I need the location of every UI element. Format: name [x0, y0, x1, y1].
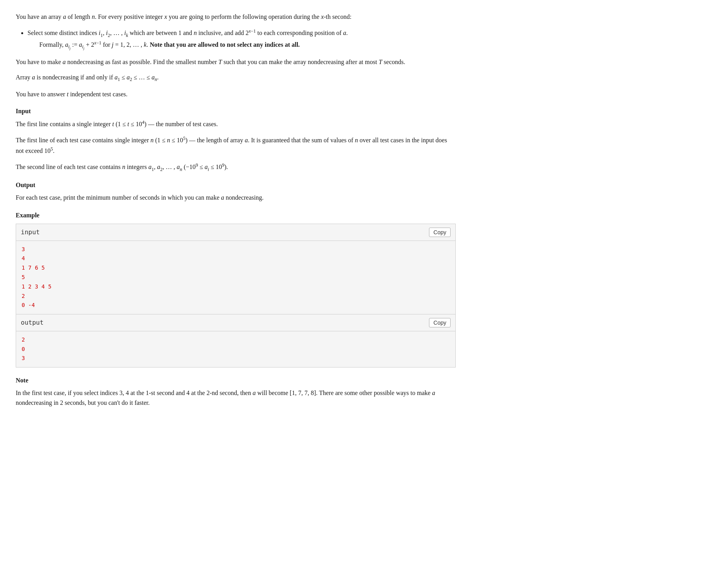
example-title: Example	[16, 210, 456, 220]
bullet-item-1: Select some distinct indices i1, i2, … ,…	[28, 28, 456, 51]
output-block: output Copy 2 0 3	[16, 314, 456, 368]
input-line-3: 1 7 6 5	[22, 263, 450, 273]
input-header: Input	[16, 106, 456, 116]
var-xth: x	[321, 13, 324, 20]
copy-output-button[interactable]: Copy	[429, 318, 451, 327]
output-header: Output	[16, 180, 456, 190]
output-line-2: 0	[22, 345, 450, 354]
output-line-3: 3	[22, 354, 450, 363]
para-nondecreasing: You have to make a nondecreasing as fast…	[16, 57, 456, 67]
input-line-7: 0 -4	[22, 301, 450, 310]
operation-list: Select some distinct indices i1, i2, … ,…	[28, 28, 456, 51]
input-para3: The second line of each test case contai…	[16, 162, 456, 173]
input-block: input Copy 3 4 1 7 6 5 5 1 2 3 4 5 2 0 -…	[16, 224, 456, 314]
para-definition: Array a is nondecreasing if and only if …	[16, 72, 456, 83]
note-bold: Note that you are allowed to not select …	[150, 41, 300, 48]
intro-paragraph: You have an array a of length n. For eve…	[16, 12, 456, 22]
output-line-1: 2	[22, 335, 450, 345]
var-x: x	[164, 13, 167, 20]
input-block-header: input Copy	[16, 224, 455, 241]
problem-container: You have an array a of length n. For eve…	[16, 12, 456, 408]
output-block-header: output Copy	[16, 314, 455, 331]
input-line-4: 5	[22, 273, 450, 282]
input-line-2: 4	[22, 254, 450, 263]
example-section: Example input Copy 3 4 1 7 6 5 5 1 2 3 4…	[16, 210, 456, 368]
formal-statement: Formally, aij := aij + 2x−1 for j = 1, 2…	[39, 41, 300, 48]
output-para: For each test case, print the minimum nu…	[16, 193, 456, 203]
input-label: input	[21, 227, 40, 237]
note-text: In the first test case, if you select in…	[16, 388, 456, 408]
input-line-5: 1 2 3 4 5	[22, 282, 450, 292]
para-testcases: You have to answer t independent test ca…	[16, 89, 456, 99]
input-content: 3 4 1 7 6 5 5 1 2 3 4 5 2 0 -4	[16, 241, 455, 314]
input-line-6: 2	[22, 292, 450, 301]
input-para1: The first line contains a single integer…	[16, 119, 456, 129]
var-a: a	[63, 13, 66, 20]
note-section: Note In the first test case, if you sele…	[16, 375, 456, 408]
copy-input-button[interactable]: Copy	[429, 228, 451, 237]
input-para2: The first line of each test case contain…	[16, 135, 456, 156]
output-content: 2 0 3	[16, 331, 455, 367]
note-header: Note	[16, 375, 456, 386]
input-line-1: 3	[22, 245, 450, 254]
var-n: n	[92, 13, 95, 20]
output-label: output	[21, 318, 44, 328]
